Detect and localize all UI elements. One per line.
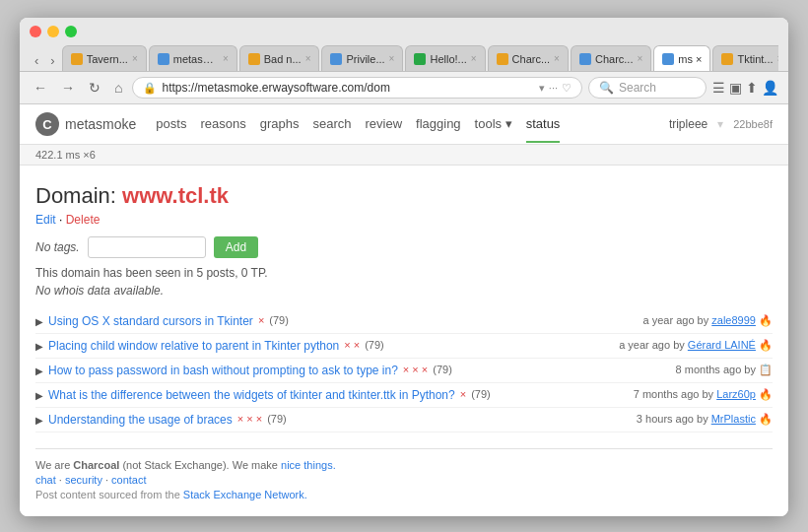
address-bar: ← → ↻ ⌂ 🔒 https://metasmoke.erwaysoftwar… bbox=[20, 72, 788, 104]
tab-close-icon[interactable]: × bbox=[471, 53, 477, 64]
post-arrow-icon: ▶ bbox=[35, 390, 43, 401]
nav-username[interactable]: tripleee bbox=[669, 117, 707, 131]
logo-name: metasmoke bbox=[65, 116, 136, 132]
tab-favicon bbox=[662, 53, 674, 65]
post-arrow-icon: ▶ bbox=[35, 341, 43, 352]
search-placeholder: Search bbox=[619, 81, 656, 95]
close-button[interactable] bbox=[30, 26, 41, 37]
tab-close-icon[interactable]: × bbox=[777, 53, 778, 64]
bookmark-icon[interactable]: ♡ bbox=[562, 82, 572, 95]
url-bar[interactable]: 🔒 https://metasmoke.erwaysoftware.com/do… bbox=[132, 77, 582, 99]
home-button[interactable]: ⌂ bbox=[110, 78, 126, 98]
post-author[interactable]: Larz60p bbox=[716, 388, 756, 400]
main-content: Domain: www.tcl.tk Edit · Delete No tags… bbox=[20, 166, 788, 516]
tab-close-icon[interactable]: × bbox=[389, 53, 395, 64]
tags-row: No tags. Add bbox=[35, 236, 773, 258]
forward-button[interactable]: › bbox=[45, 50, 59, 71]
post-author[interactable]: Gérard LAINÉ bbox=[688, 339, 756, 351]
post-title-link[interactable]: How to pass password in bash without pro… bbox=[48, 364, 398, 377]
back-nav-button[interactable]: ← bbox=[30, 78, 51, 98]
back-button[interactable]: ‹ bbox=[30, 50, 43, 71]
nav-search[interactable]: search bbox=[312, 106, 351, 143]
domain-value: www.tcl.tk bbox=[122, 183, 229, 208]
tabs-row: ‹ › Tavern... × metasm... × Bad n... × P… bbox=[30, 45, 778, 71]
footer-links: chat · security · contact bbox=[35, 474, 773, 486]
tab-favicon bbox=[71, 53, 83, 65]
breadcrumb-bar: 422.1 ms ×6 bbox=[20, 145, 788, 166]
share-icon[interactable]: ⬆ bbox=[746, 80, 758, 96]
tag-input[interactable] bbox=[88, 236, 206, 258]
post-title-link[interactable]: What is the difference between the widge… bbox=[48, 388, 455, 402]
profile-icon[interactable]: 👤 bbox=[762, 80, 778, 96]
nav-flagging[interactable]: flagging bbox=[416, 106, 461, 143]
search-bar[interactable]: 🔍 Search bbox=[588, 77, 707, 99]
tab-favicon bbox=[414, 53, 426, 65]
tab-favicon bbox=[579, 53, 591, 65]
tab-close-icon[interactable]: × bbox=[305, 53, 311, 64]
post-title-link[interactable]: Placing child window relative to parent … bbox=[48, 339, 339, 353]
footer-security-link[interactable]: security bbox=[65, 474, 102, 486]
browser-window: ‹ › Tavern... × metasm... × Bad n... × P… bbox=[20, 18, 788, 516]
footer-nice-things-link[interactable]: nice things. bbox=[281, 459, 336, 471]
nav-review[interactable]: review bbox=[365, 106, 402, 143]
tab-bad[interactable]: Bad n... × bbox=[239, 45, 320, 71]
no-tags-label: No tags. bbox=[35, 240, 80, 254]
post-arrow-icon: ▶ bbox=[35, 366, 43, 376]
tab-favicon bbox=[158, 53, 169, 65]
forward-nav-button[interactable]: → bbox=[57, 78, 79, 98]
nav-right: tripleee ▾ 22bbe8f bbox=[669, 117, 773, 131]
nav-tools[interactable]: tools ▾ bbox=[475, 106, 512, 143]
delete-link[interactable]: Delete bbox=[66, 213, 101, 227]
url-actions: ▾ ··· ♡ bbox=[539, 82, 572, 95]
nav-graphs[interactable]: graphs bbox=[260, 106, 300, 143]
fire-icon: 🔥 bbox=[759, 339, 773, 351]
url-dropdown-icon[interactable]: ▾ bbox=[539, 82, 545, 95]
footer-se-link[interactable]: Stack Exchange Network. bbox=[183, 489, 307, 500]
post-author[interactable]: zale8999 bbox=[711, 314, 756, 326]
nav-status[interactable]: status bbox=[526, 106, 561, 143]
post-item: ▶ Using OS X standard cursors in Tkinter… bbox=[35, 309, 773, 334]
tab-ms-active[interactable]: ms × bbox=[653, 45, 710, 71]
reload-button[interactable]: ↻ bbox=[85, 78, 104, 98]
nav-posts[interactable]: posts bbox=[156, 106, 186, 143]
tab-favicon bbox=[330, 53, 342, 65]
tab-close-icon[interactable]: × bbox=[637, 53, 642, 64]
tab-privil[interactable]: Privile... × bbox=[321, 45, 403, 71]
tab-close-icon[interactable]: × bbox=[132, 53, 138, 64]
tab-close-icon[interactable]: × bbox=[554, 53, 560, 64]
tab-tavern[interactable]: Tavern... × bbox=[62, 45, 147, 71]
post-item: ▶ Placing child window relative to paren… bbox=[35, 334, 773, 359]
fire-icon: 🔥 bbox=[759, 413, 773, 425]
tab-favicon bbox=[248, 53, 260, 65]
tab-charc1[interactable]: Charc... × bbox=[488, 45, 569, 71]
edit-link[interactable]: Edit bbox=[35, 213, 56, 227]
tab-hello[interactable]: Hello!... × bbox=[405, 45, 485, 71]
logo-circle: C bbox=[35, 112, 59, 136]
tab-favicon bbox=[497, 53, 508, 65]
fire-icon: 🔥 bbox=[759, 314, 773, 326]
tab-charc2[interactable]: Charc... × bbox=[571, 45, 651, 71]
post-arrow-icon: ▶ bbox=[35, 415, 43, 426]
tab-metasm[interactable]: metasm... × bbox=[149, 45, 237, 71]
reader-view-icon[interactable]: ☰ bbox=[712, 80, 725, 96]
domain-info: This domain has been seen in 5 posts, 0 … bbox=[35, 266, 773, 280]
traffic-lights bbox=[30, 26, 778, 37]
tab-close-icon[interactable]: × bbox=[223, 53, 229, 64]
tab-tktint[interactable]: Tktint... × bbox=[712, 45, 778, 71]
post-author[interactable]: MrPlastic bbox=[711, 413, 756, 425]
maximize-button[interactable] bbox=[65, 26, 77, 37]
page-title: Domain: www.tcl.tk bbox=[35, 183, 773, 209]
sidebar-icon[interactable]: ▣ bbox=[729, 80, 742, 96]
url-text: https://metasmoke.erwaysoftware.com/dom bbox=[162, 81, 533, 95]
minimize-button[interactable] bbox=[47, 26, 59, 37]
footer-chat-link[interactable]: chat bbox=[35, 474, 56, 486]
footer-contact-link[interactable]: contact bbox=[111, 474, 146, 486]
url-more-icon[interactable]: ··· bbox=[549, 82, 558, 95]
post-title-link[interactable]: Understanding the usage of braces bbox=[48, 413, 233, 427]
posts-list: ▶ Using OS X standard cursors in Tkinter… bbox=[35, 309, 773, 432]
add-tag-button[interactable]: Add bbox=[214, 236, 258, 258]
site-nav: C metasmoke posts reasons graphs search … bbox=[20, 104, 788, 145]
nav-reasons[interactable]: reasons bbox=[200, 106, 245, 143]
footer-line1: We are Charcoal (not Stack Exchange). We… bbox=[35, 459, 773, 471]
post-title-link[interactable]: Using OS X standard cursors in Tkinter bbox=[48, 314, 253, 328]
